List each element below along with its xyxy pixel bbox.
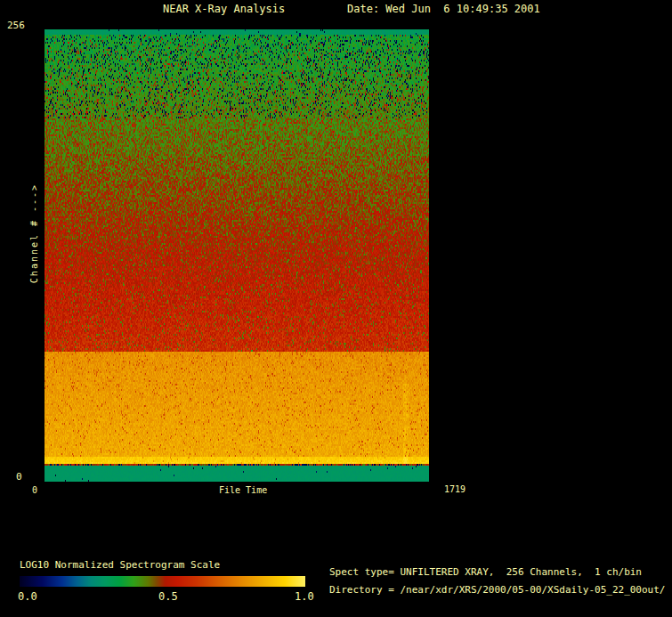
colorbar-min-label: 0.0: [18, 591, 37, 603]
x-axis-min-label: 0: [32, 485, 37, 495]
colorbar-mid-label: 0.5: [158, 591, 178, 603]
colorbar-title: LOG10 Normalized Spectrogram Scale: [20, 560, 220, 571]
near-xray-analysis-window: { "window": {"background": "#000000", "t…: [0, 0, 672, 617]
x-axis-max-label: 1719: [444, 484, 466, 494]
date-label: Date: Wed Jun 6 10:49:35 2001: [347, 4, 540, 15]
colorbar-max-label: 1.0: [295, 591, 314, 603]
y-axis-title: Channel # --->: [29, 183, 39, 283]
y-axis-min-label: 0: [16, 472, 22, 483]
spectrogram-heatmap: [45, 29, 429, 482]
page-title: NEAR X-Ray Analysis: [163, 4, 285, 15]
directory-line: Directory = /near/xdr/XRS/2000/05-00/XSd…: [329, 585, 666, 596]
colorbar-gradient: [20, 576, 305, 587]
y-axis-max-label: 256: [7, 20, 25, 31]
spect-type-line: Spect type= UNFILTERED XRAY, 256 Channel…: [329, 567, 642, 578]
x-axis-title: File Time: [219, 485, 267, 495]
